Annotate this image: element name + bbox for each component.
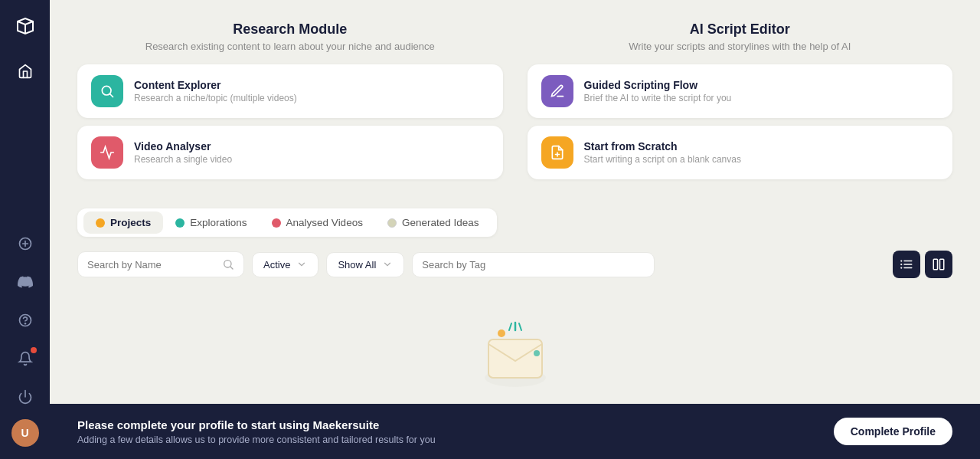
grid-view-button[interactable] [925,251,952,278]
empty-illustration [462,316,569,393]
guided-scripting-desc: Brief the AI to write the script for you [584,93,732,103]
tab-analysed-videos[interactable]: Analysed Videos [260,211,375,234]
sidebar-item-help[interactable] [9,304,41,336]
search-name-icon [222,258,234,270]
tabs-bar: Projects Explorations Analysed Videos Ge… [77,208,497,237]
svg-rect-18 [933,259,937,270]
tab-explorations-label: Explorations [190,217,247,228]
banner-text: Please complete your profile to start us… [77,418,436,445]
research-module-section: Research Module Research existing conten… [77,21,503,187]
video-analyser-desc: Research a single video [134,154,232,165]
script-editor-title: AI Script Editor [528,21,953,38]
video-analyser-icon [91,136,123,169]
banner-title: Please complete your profile to start us… [77,418,436,431]
tab-generated-ideas[interactable]: Generated Ideas [375,211,492,234]
modules-grid: Research Module Research existing conten… [77,21,952,187]
search-tag-box[interactable] [412,252,655,277]
tab-generated-dot [387,218,397,228]
start-scratch-icon [541,136,573,169]
notification-badge [31,347,37,353]
sidebar-item-add[interactable] [9,228,41,260]
svg-point-22 [498,329,505,337]
show-all-label: Show All [338,259,376,270]
content-explorer-card[interactable]: Content Explorer Research a niche/topic … [77,64,503,118]
search-name-input[interactable] [87,259,216,270]
show-all-dropdown[interactable]: Show All [326,252,404,277]
content-explorer-title: Content Explorer [134,79,297,91]
sidebar-item-power[interactable] [9,381,41,413]
active-dropdown-label: Active [263,259,290,270]
complete-profile-button[interactable]: Complete Profile [834,418,952,445]
guided-scripting-card[interactable]: Guided Scripting Flow Brief the AI to wr… [528,64,953,118]
svg-line-7 [110,94,113,97]
search-tag-input[interactable] [422,259,645,270]
start-scratch-title: Start from Scratch [584,140,741,152]
content-explorer-desc: Research a niche/topic (multiple videos) [134,93,297,103]
tab-analysed-label: Analysed Videos [286,217,363,228]
avatar-initials: U [21,427,28,439]
avatar[interactable]: U [11,419,39,447]
filters-row: Active Show All [77,251,952,278]
tab-projects-dot [96,218,105,228]
tab-analysed-dot [272,218,281,228]
start-scratch-text: Start from Scratch Start writing a scrip… [584,140,741,165]
research-module-subtitle: Research existing content to learn about… [77,41,503,52]
sidebar: U [0,0,50,459]
list-view-button[interactable] [893,251,920,278]
guided-scripting-icon [541,75,573,107]
video-analyser-text: Video Analyser Research a single video [134,140,232,165]
content-explorer-text: Content Explorer Research a niche/topic … [134,79,297,103]
list-view-icon [900,257,913,271]
svg-line-25 [519,323,521,330]
script-editor-section: AI Script Editor Write your scripts and … [528,21,953,187]
main-content: Research Module Research existing conten… [50,0,980,459]
sidebar-item-home[interactable] [9,55,41,87]
active-dropdown-chevron [296,259,307,270]
video-analyser-card[interactable]: Video Analyser Research a single video [77,126,503,179]
guided-scripting-title: Guided Scripting Flow [584,79,732,91]
empty-state [77,293,952,401]
show-all-chevron [382,259,393,270]
svg-rect-19 [940,259,944,270]
banner-subtitle: Adding a few details allows us to provid… [77,434,436,445]
view-controls [893,251,952,278]
svg-line-26 [509,323,511,330]
video-analyser-title: Video Analyser [134,140,232,152]
tab-projects[interactable]: Projects [83,211,163,234]
active-dropdown[interactable]: Active [252,252,318,277]
svg-line-11 [230,267,233,269]
grid-view-icon [932,257,946,271]
search-name-box[interactable] [77,251,244,277]
sidebar-item-notifications[interactable] [9,343,41,375]
research-module-title: Research Module [77,21,503,38]
tab-explorations-dot [175,218,185,228]
script-editor-subtitle: Write your scripts and storylines with t… [528,41,953,52]
guided-scripting-text: Guided Scripting Flow Brief the AI to wr… [584,79,732,103]
tab-projects-label: Projects [110,217,151,228]
sidebar-item-discord[interactable] [9,266,41,298]
start-scratch-desc: Start writing a script on a blank canvas [584,154,741,165]
tab-generated-label: Generated Ideas [402,217,479,228]
svg-point-23 [534,350,540,356]
profile-banner: Please complete your profile to start us… [50,404,980,459]
content-explorer-icon [91,75,123,107]
start-scratch-card[interactable]: Start from Scratch Start writing a scrip… [528,126,953,179]
logo [11,12,39,40]
tab-explorations[interactable]: Explorations [163,211,259,234]
svg-rect-21 [488,339,542,378]
